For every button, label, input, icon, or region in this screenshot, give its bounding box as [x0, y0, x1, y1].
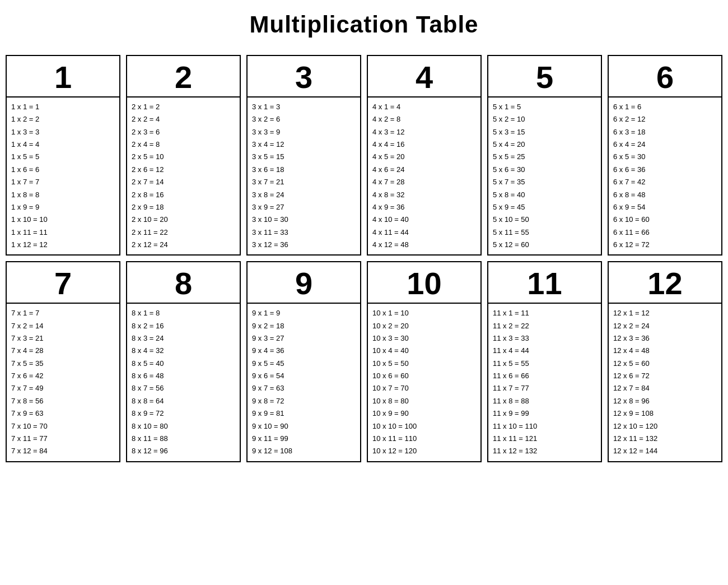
table-row: 3 x 10 = 30 — [252, 213, 356, 226]
table-header-3: 3 — [248, 56, 360, 97]
table-row: 8 x 5 = 40 — [132, 357, 235, 370]
table-row: 12 x 9 = 108 — [613, 407, 717, 420]
table-body-9: 9 x 1 = 99 x 2 = 189 x 3 = 279 x 4 = 369… — [248, 304, 360, 461]
table-header-11: 11 — [488, 262, 601, 304]
table-row: 9 x 2 = 18 — [252, 320, 356, 332]
table-body-1: 1 x 1 = 11 x 2 = 21 x 3 = 31 x 4 = 41 x … — [7, 97, 119, 254]
table-body-12: 12 x 1 = 1212 x 2 = 2412 x 3 = 3612 x 4 … — [609, 304, 721, 461]
table-row: 8 x 7 = 56 — [132, 382, 235, 394]
table-row: 2 x 9 = 18 — [132, 201, 235, 213]
table-row: 6 x 12 = 72 — [613, 239, 717, 251]
table-row: 10 x 1 = 10 — [372, 307, 476, 319]
table-row: 8 x 6 = 48 — [132, 370, 235, 382]
table-row: 4 x 11 = 44 — [372, 226, 476, 239]
table-row: 8 x 10 = 80 — [132, 420, 235, 433]
table-header-7: 7 — [7, 262, 119, 304]
table-row: 9 x 5 = 45 — [252, 357, 356, 370]
table-card-11: 1111 x 1 = 1111 x 2 = 2211 x 3 = 3311 x … — [487, 261, 602, 462]
table-row: 10 x 11 = 110 — [372, 433, 476, 445]
table-row: 12 x 7 = 84 — [613, 382, 717, 394]
table-row: 6 x 1 = 6 — [613, 101, 717, 113]
table-row: 5 x 3 = 15 — [493, 126, 596, 138]
table-row: 8 x 9 = 72 — [132, 407, 235, 420]
table-row: 8 x 11 = 88 — [132, 433, 235, 445]
table-card-5: 55 x 1 = 55 x 2 = 105 x 3 = 155 x 4 = 20… — [487, 55, 602, 256]
table-row: 1 x 1 = 1 — [11, 101, 115, 113]
table-row: 7 x 11 = 77 — [11, 433, 115, 445]
table-row: 8 x 12 = 96 — [132, 445, 235, 457]
table-row: 10 x 5 = 50 — [372, 357, 476, 370]
table-row: 2 x 6 = 12 — [132, 164, 235, 176]
table-header-9: 9 — [248, 262, 360, 304]
table-row: 8 x 8 = 64 — [132, 395, 235, 407]
table-card-6: 66 x 1 = 66 x 2 = 126 x 3 = 186 x 4 = 24… — [608, 55, 722, 256]
table-row: 11 x 12 = 132 — [493, 445, 596, 457]
table-row: 9 x 12 = 108 — [252, 445, 356, 457]
table-row: 1 x 9 = 9 — [11, 201, 115, 213]
table-row: 1 x 3 = 3 — [11, 126, 115, 138]
table-body-5: 5 x 1 = 55 x 2 = 105 x 3 = 155 x 4 = 205… — [488, 97, 601, 254]
table-body-10: 10 x 1 = 1010 x 2 = 2010 x 3 = 3010 x 4 … — [368, 304, 480, 461]
table-row: 10 x 4 = 40 — [372, 345, 476, 357]
table-card-8: 88 x 1 = 88 x 2 = 168 x 3 = 248 x 4 = 32… — [126, 261, 241, 462]
table-header-5: 5 — [488, 56, 601, 97]
table-body-3: 3 x 1 = 33 x 2 = 63 x 3 = 93 x 4 = 123 x… — [248, 97, 360, 254]
table-row: 2 x 5 = 10 — [132, 151, 235, 163]
table-row: 2 x 2 = 4 — [132, 113, 235, 126]
table-body-11: 11 x 1 = 1111 x 2 = 2211 x 3 = 3311 x 4 … — [488, 304, 601, 461]
table-row: 2 x 8 = 16 — [132, 189, 235, 201]
table-row: 8 x 3 = 24 — [132, 332, 235, 345]
table-row: 2 x 12 = 24 — [132, 239, 235, 251]
table-row: 1 x 10 = 10 — [11, 213, 115, 226]
table-row: 11 x 6 = 66 — [493, 370, 596, 382]
table-row: 12 x 6 = 72 — [613, 370, 717, 382]
table-row: 5 x 11 = 55 — [493, 226, 596, 239]
table-row: 1 x 12 = 12 — [11, 239, 115, 251]
table-row: 12 x 10 = 120 — [613, 420, 717, 433]
table-row: 10 x 7 = 70 — [372, 382, 476, 394]
table-row: 6 x 2 = 12 — [613, 113, 717, 126]
table-row: 3 x 8 = 24 — [252, 189, 356, 201]
table-row: 3 x 6 = 18 — [252, 164, 356, 176]
table-row: 8 x 4 = 32 — [132, 345, 235, 357]
table-row: 9 x 10 = 90 — [252, 420, 356, 433]
table-body-4: 4 x 1 = 44 x 2 = 84 x 3 = 124 x 4 = 164 … — [368, 97, 480, 254]
table-row: 8 x 1 = 8 — [132, 307, 235, 319]
table-row: 8 x 2 = 16 — [132, 320, 235, 332]
table-header-10: 10 — [368, 262, 480, 304]
table-row: 6 x 6 = 36 — [613, 164, 717, 176]
table-row: 12 x 12 = 144 — [613, 445, 717, 457]
table-row: 7 x 5 = 35 — [11, 357, 115, 370]
table-body-6: 6 x 1 = 66 x 2 = 126 x 3 = 186 x 4 = 246… — [609, 97, 721, 254]
table-body-8: 8 x 1 = 88 x 2 = 168 x 3 = 248 x 4 = 328… — [127, 304, 240, 461]
table-row: 5 x 2 = 10 — [493, 113, 596, 126]
table-row: 1 x 6 = 6 — [11, 164, 115, 176]
table-row: 2 x 3 = 6 — [132, 126, 235, 138]
table-card-3: 33 x 1 = 33 x 2 = 63 x 3 = 93 x 4 = 123 … — [246, 55, 361, 256]
table-row: 3 x 3 = 9 — [252, 126, 356, 138]
table-row: 9 x 7 = 63 — [252, 382, 356, 394]
table-row: 11 x 3 = 33 — [493, 332, 596, 345]
table-row: 9 x 4 = 36 — [252, 345, 356, 357]
page-title: Multiplication Table — [250, 11, 479, 38]
table-header-1: 1 — [7, 56, 119, 97]
table-row: 2 x 7 = 14 — [132, 176, 235, 188]
table-row: 6 x 7 = 42 — [613, 176, 717, 188]
table-row: 9 x 3 = 27 — [252, 332, 356, 345]
table-row: 1 x 4 = 4 — [11, 138, 115, 151]
table-row: 11 x 1 = 11 — [493, 307, 596, 319]
table-row: 3 x 12 = 36 — [252, 239, 356, 251]
table-row: 4 x 7 = 28 — [372, 176, 476, 188]
table-row: 6 x 11 = 66 — [613, 226, 717, 239]
table-row: 7 x 8 = 56 — [11, 395, 115, 407]
table-card-1: 11 x 1 = 11 x 2 = 21 x 3 = 31 x 4 = 41 x… — [6, 55, 120, 256]
table-row: 7 x 3 = 21 — [11, 332, 115, 345]
table-row: 4 x 6 = 24 — [372, 164, 476, 176]
table-row: 1 x 11 = 11 — [11, 226, 115, 239]
table-row: 5 x 5 = 25 — [493, 151, 596, 163]
table-row: 9 x 9 = 81 — [252, 407, 356, 420]
table-header-6: 6 — [609, 56, 721, 97]
table-row: 7 x 6 = 42 — [11, 370, 115, 382]
table-row: 4 x 5 = 20 — [372, 151, 476, 163]
table-row: 7 x 9 = 63 — [11, 407, 115, 420]
